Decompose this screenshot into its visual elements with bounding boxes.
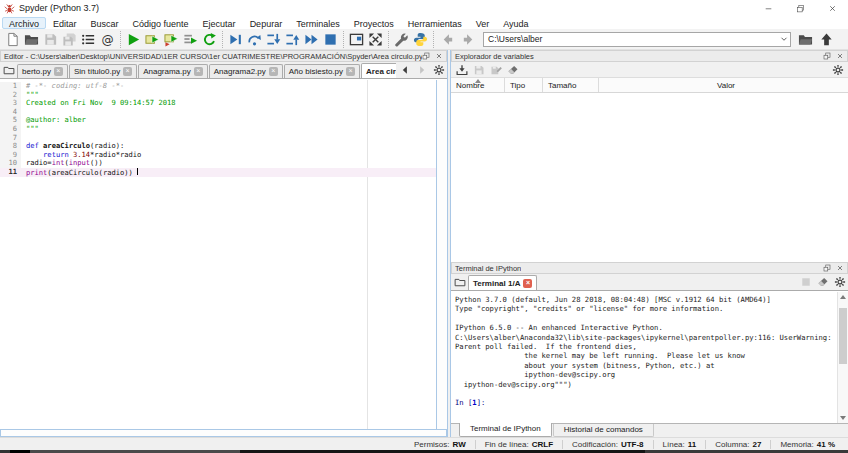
column-header-tamano[interactable]: Tamaño	[543, 78, 599, 92]
menu-ayuda[interactable]: Ayuda	[496, 17, 535, 29]
menu-codigo-fuente[interactable]: Código fuente	[126, 17, 196, 29]
save-all-icon[interactable]	[60, 30, 79, 48]
fullscreen-icon[interactable]	[366, 30, 385, 48]
close-pane-icon[interactable]	[435, 52, 443, 60]
close-window-button[interactable]	[816, 0, 848, 16]
save-icon[interactable]	[41, 30, 60, 48]
outline-icon[interactable]	[79, 30, 98, 48]
run-cell-icon[interactable]	[143, 30, 162, 48]
stop-debug-icon[interactable]	[321, 30, 340, 48]
undock-pane-icon[interactable]	[823, 52, 831, 60]
maximize-pane-icon[interactable]	[347, 30, 366, 48]
status-value: 41 %	[817, 440, 835, 449]
editor-tab-berto-py[interactable]: berto.py×	[17, 64, 68, 78]
run-cell-advance-icon[interactable]	[162, 30, 181, 48]
variable-explorer-options-button[interactable]	[829, 62, 846, 77]
editor-tab-area-circulo-py[interactable]: Area circulo.py×	[361, 63, 396, 78]
console-tab-bar: Terminal 1/A ×	[451, 274, 848, 291]
console-options-icon[interactable]	[831, 274, 848, 290]
code-line[interactable]: 5@author: alber	[0, 116, 436, 125]
column-header-tipo[interactable]: Tipo	[505, 78, 543, 92]
new-file-icon[interactable]	[3, 30, 22, 48]
variable-table-body[interactable]	[451, 94, 848, 262]
console-prompt[interactable]: In [1]:	[455, 398, 837, 407]
clear-console-icon[interactable]	[814, 274, 831, 290]
editor-tab-anagrama-py[interactable]: Anagrama.py×	[138, 64, 208, 78]
interrupt-kernel-icon[interactable]	[797, 274, 814, 290]
open-file-icon[interactable]	[22, 30, 41, 48]
undock-pane-icon[interactable]	[422, 52, 430, 60]
restore-button[interactable]	[784, 0, 816, 16]
browse-consoles-button[interactable]	[451, 274, 468, 290]
console-vertical-scrollbar[interactable]	[837, 292, 848, 423]
at-symbol-icon[interactable]: @	[98, 30, 117, 48]
close-tab-icon[interactable]: ×	[54, 67, 63, 76]
debug-file-icon[interactable]	[226, 30, 245, 48]
editor-tab-sin-titulo0-py[interactable]: Sin título0.py×	[69, 64, 137, 78]
editor-tab-ano-bisiesto-py[interactable]: Año bisiesto.py×	[284, 64, 360, 78]
close-tab-icon[interactable]: ×	[194, 67, 203, 76]
working-directory-combobox[interactable]: C:\Users\alber	[483, 32, 791, 47]
console-line: ipython-dev@scipy.org	[455, 370, 837, 379]
back-button[interactable]	[438, 30, 457, 48]
scrollbar-down-icon[interactable]	[838, 413, 848, 423]
menu-herramientas[interactable]: Herramientas	[401, 17, 469, 29]
close-pane-icon[interactable]	[836, 264, 844, 272]
preferences-icon[interactable]	[392, 30, 411, 48]
status-linea: Línea:11	[654, 440, 706, 449]
scroll-tabs-right-button[interactable]	[413, 62, 430, 78]
remove-variables-icon[interactable]	[504, 62, 521, 77]
browse-tabs-button[interactable]	[0, 62, 17, 78]
menu-depurar[interactable]: Depurar	[243, 17, 290, 29]
import-data-icon[interactable]	[453, 62, 470, 77]
code-line[interactable]: 6"""	[0, 125, 436, 134]
close-console-tab-icon[interactable]: ×	[523, 279, 532, 288]
column-header-nombre[interactable]: Nombre	[451, 78, 505, 92]
console-tab-terminal-1a[interactable]: Terminal 1/A ×	[468, 275, 537, 290]
close-tab-icon[interactable]: ×	[269, 67, 278, 76]
editor-vertical-scrollbar[interactable]	[436, 80, 447, 429]
run-selection-icon[interactable]	[181, 30, 200, 48]
step-into-icon[interactable]	[264, 30, 283, 48]
menu-editar[interactable]: Editar	[46, 17, 84, 29]
close-tab-icon[interactable]: ×	[123, 67, 132, 76]
code-line[interactable]: 3Created on Fri Nov 9 09:14:57 2018	[0, 99, 436, 108]
menu-terminales[interactable]: Terminales	[289, 17, 347, 29]
close-tab-icon[interactable]: ×	[346, 67, 355, 76]
menu-proyectos[interactable]: Proyectos	[347, 17, 401, 29]
step-over-icon[interactable]	[245, 30, 264, 48]
code-line[interactable]: 11print(areaCirculo(radio))	[0, 168, 436, 177]
console-tab-terminal-de-ipython[interactable]: Terminal de IPython	[459, 423, 552, 437]
editor-horizontal-scrollbar[interactable]	[0, 429, 447, 437]
save-data-as-icon[interactable]	[487, 62, 504, 77]
editor-options-button[interactable]	[430, 62, 447, 78]
code-editor[interactable]: 1# -*- coding: utf-8 -*-2"""3Created on …	[0, 80, 436, 429]
minimize-button[interactable]	[752, 0, 784, 16]
chevron-down-icon[interactable]	[779, 34, 789, 44]
console-area[interactable]: Python 3.7.0 (default, Jun 28 2018, 08:0…	[451, 292, 848, 423]
editor-tab-anagrama2-py[interactable]: Anagrama2.py×	[209, 64, 283, 78]
browse-directory-button[interactable]	[796, 30, 815, 48]
step-return-icon[interactable]	[283, 30, 302, 48]
continue-icon[interactable]	[302, 30, 321, 48]
python-path-icon[interactable]	[411, 30, 430, 48]
undock-pane-icon[interactable]	[823, 264, 831, 272]
console-tab-historial-de-comandos[interactable]: Historial de comandos	[553, 424, 654, 437]
menu-buscar[interactable]: Buscar	[84, 17, 126, 29]
console-bottom-tabs: Terminal de IPythonHistorial de comandos	[451, 423, 848, 437]
rerun-icon[interactable]	[200, 30, 219, 48]
column-header-valor[interactable]: Valor	[599, 78, 848, 92]
forward-button[interactable]	[459, 30, 478, 48]
menu-archivo[interactable]: Archivo	[2, 17, 46, 29]
menu-ejecutar[interactable]: Ejecutar	[196, 17, 243, 29]
scroll-tabs-left-button[interactable]	[396, 62, 413, 78]
line-number: 7	[0, 134, 21, 143]
code-line[interactable]: 1# -*- coding: utf-8 -*-	[0, 82, 436, 91]
scrollbar-up-icon[interactable]	[838, 292, 848, 302]
save-data-icon[interactable]	[470, 62, 487, 77]
parent-directory-button[interactable]	[817, 30, 836, 48]
run-icon[interactable]	[124, 30, 143, 48]
scrollbar-thumb[interactable]	[839, 308, 847, 364]
close-pane-icon[interactable]	[836, 52, 844, 60]
menu-ver[interactable]: Ver	[469, 17, 497, 29]
